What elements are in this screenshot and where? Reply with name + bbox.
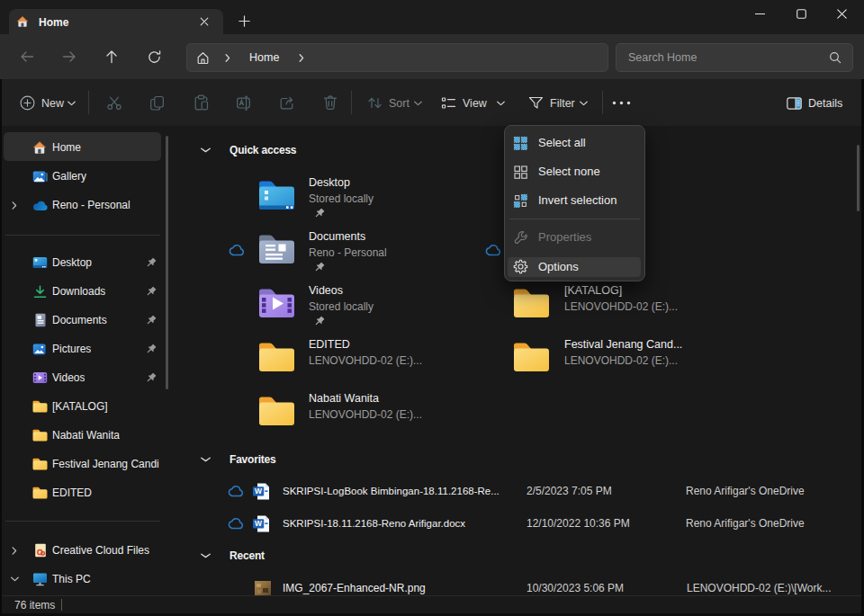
svg-text:W: W [255, 519, 263, 528]
svg-text:W: W [255, 487, 263, 495]
